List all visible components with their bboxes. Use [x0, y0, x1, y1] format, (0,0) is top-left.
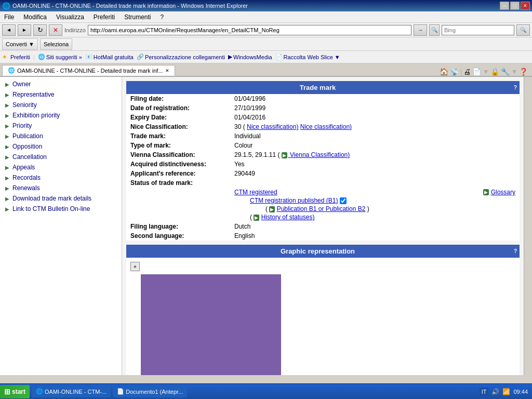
seleziona-button[interactable]: Seleziona [40, 38, 72, 50]
sidebar-item-appeals[interactable]: ▶ Appeals [0, 162, 122, 172]
forward-button[interactable]: ► [18, 24, 31, 36]
windowsmedia-link[interactable]: ▶ WindowsMedia [228, 54, 272, 60]
main-tab[interactable]: 🌐 OAMI-ONLINE - CTM-ONLINE - Detailed tr… [2, 65, 175, 76]
second-lang-label: Second language: [126, 231, 230, 241]
start-button[interactable]: ⊞ start [0, 385, 30, 398]
address-input[interactable] [88, 25, 411, 35]
arrow-icon-renewals: ▶ [4, 185, 10, 191]
trademark-value: Individual [230, 131, 520, 141]
siti-suggeriti-link[interactable]: 🌐 Siti suggeriti » [38, 54, 82, 60]
menu-strumenti[interactable]: Strumenti [122, 12, 153, 22]
sidebar-item-opposition[interactable]: ▶ Opposition [0, 141, 122, 152]
publication-b1-label[interactable]: CTM registration published (B1) [250, 197, 338, 204]
nice-link-text[interactable]: Nice classification) [300, 123, 352, 130]
hotmail-link[interactable]: 📧 HotMail gratuita [85, 54, 134, 60]
stop-button[interactable]: ✕ [49, 24, 62, 36]
doc-icon-taskbar: 📄 [117, 388, 124, 395]
zoom-button[interactable]: + [130, 262, 140, 271]
type-label: Type of mark: [126, 141, 230, 150]
menu-help[interactable]: ? [158, 12, 166, 22]
maximize-button[interactable]: □ [510, 2, 520, 10]
table-row-trademark: Trade mark: Individual [126, 131, 520, 141]
table-row-nice: Nice Classification: 30 ( Nice classific… [126, 122, 520, 131]
expiry-value: 01/04/2016 [230, 113, 520, 122]
table-row-filing-lang: Filing language: Dutch [126, 222, 520, 231]
content-pane: Trade mark ? Filing date: 01/04/1996 Dat… [122, 77, 524, 375]
raccolta-link[interactable]: 📄 Raccolta Web Slice ▼ [275, 54, 340, 60]
arrow-icon-cancellation: ▶ [4, 154, 10, 160]
print-icon[interactable]: 🖨 [463, 68, 471, 76]
help-button[interactable]: ❓ [519, 68, 528, 76]
status-label: Status of trade mark: [126, 178, 230, 188]
graphic-help-icon[interactable]: ? [511, 247, 520, 256]
windows-logo-icon: ⊞ [4, 388, 10, 396]
globe-icon: 🌐 [38, 54, 45, 60]
sidebar-item-renewals[interactable]: ▶ Renewals [0, 183, 122, 193]
arrow-right-icon-4: ▶ [269, 206, 275, 212]
menu-visualizza[interactable]: Visualizza [54, 12, 86, 22]
close-button[interactable]: ✕ [521, 2, 530, 10]
publication-checkbox[interactable] [340, 197, 347, 204]
favorites-bar: ★ Preferiti | 🌐 Siti suggeriti » 📧 HotMa… [0, 51, 532, 63]
reg-date-label: Date of registration: [126, 103, 230, 113]
arrow-icon-appeals: ▶ [4, 164, 10, 170]
personalizzazione-link[interactable]: 🔗 Personalizzazione collegamenti [137, 54, 225, 60]
history-link[interactable]: History of statuses) [261, 214, 315, 221]
acquired-value: Yes [230, 159, 520, 169]
menu-file[interactable]: File [2, 12, 16, 22]
minimize-button[interactable]: ─ [500, 2, 509, 10]
menu-preferiti[interactable]: Preferiti [91, 12, 117, 22]
back-button[interactable]: ◄ [2, 24, 16, 36]
security-icon[interactable]: 🔒 [490, 68, 499, 76]
mail-icon: 📧 [85, 54, 92, 60]
preferiti-button[interactable]: Preferiti [10, 54, 30, 60]
sys-icon-2: 📶 [502, 388, 510, 395]
nice-classification-link[interactable]: Nice classification) [247, 123, 298, 130]
sidebar-item-seniority[interactable]: ▶ Seniority [0, 100, 122, 110]
taskbar-oami-window[interactable]: 🌐 OAMI-ONLINE - CTM-... [32, 386, 111, 397]
menu-modifica[interactable]: Modifica [21, 12, 49, 22]
search-button[interactable]: 🔍 [516, 24, 530, 36]
search-input[interactable] [442, 25, 514, 35]
taskbar: ⊞ start 🌐 OAMI-ONLINE - CTM-... 📄 Docume… [0, 383, 532, 399]
arrow-icon-download: ▶ [4, 195, 10, 202]
go-button[interactable]: → [414, 24, 427, 36]
sidebar-item-download[interactable]: ▶ Download trade mark details [0, 193, 122, 204]
glossary-link[interactable]: Glossary [491, 189, 515, 196]
tab-bar: 🌐 OAMI-ONLINE - CTM-ONLINE - Detailed tr… [0, 63, 532, 77]
filing-date-value: 01/04/1996 [230, 94, 520, 103]
filing-lang-label: Filing language: [126, 222, 230, 231]
feed-icon[interactable]: 📡 [450, 68, 459, 76]
toolbar-row: Converti ▼ Seleziona [0, 37, 532, 51]
clock: 09:44 [513, 389, 528, 395]
tab-close-button[interactable]: ✕ [165, 68, 169, 73]
graphic-header: Graphic representation [126, 245, 509, 258]
table-row-acquired: Acquired distinctiveness: Yes [126, 159, 520, 169]
sidebar-item-cancellation[interactable]: ▶ Cancellation [0, 152, 122, 162]
link-icon: 🔗 [137, 54, 144, 60]
sidebar-item-owner[interactable]: ▶ Owner [0, 79, 122, 89]
nice-label: Nice Classification: [126, 122, 230, 131]
sidebar-item-recordals[interactable]: ▶ Recordals [0, 172, 122, 183]
tools-icon[interactable]: 🔧 [501, 68, 510, 76]
arrow-right-icon-2: ▶ [282, 152, 287, 158]
vienna-link[interactable]: ▶ Vienna Classification) [282, 151, 350, 158]
converti-button[interactable]: Converti ▼ [2, 38, 38, 50]
home-icon[interactable]: 🏠 [440, 68, 448, 76]
refresh-button[interactable]: ↻ [33, 24, 47, 36]
ctm-registered-link[interactable]: CTM registered [234, 189, 277, 196]
trade-mark-help-icon[interactable]: ? [511, 84, 520, 92]
page-icon[interactable]: 📄 [472, 68, 481, 76]
type-value: Colour [230, 141, 520, 150]
sidebar-item-publication[interactable]: ▶ Publication [0, 131, 122, 141]
sidebar-item-ctm-bulletin[interactable]: ▶ Link to CTM Bulletin On-line [0, 204, 122, 214]
scrollbar[interactable] [524, 77, 532, 375]
sidebar-item-priority[interactable]: ▶ Priority [0, 121, 122, 131]
vienna-label: Vienna Classification: [126, 150, 230, 159]
taskbar-document-window[interactable]: 📄 Documento1 (Antepr... [113, 386, 187, 397]
reg-date-value: 27/10/1999 [230, 103, 520, 113]
window-title: OAMI-ONLINE - CTM-ONLINE - Detailed trad… [12, 3, 248, 9]
sidebar-item-representative[interactable]: ▶ Representative [0, 89, 122, 100]
publication-b1b2-link[interactable]: Publication B1 or Publication B2 [277, 205, 366, 212]
sidebar-item-exhibition-priority[interactable]: ▶ Exhibition priority [0, 110, 122, 121]
